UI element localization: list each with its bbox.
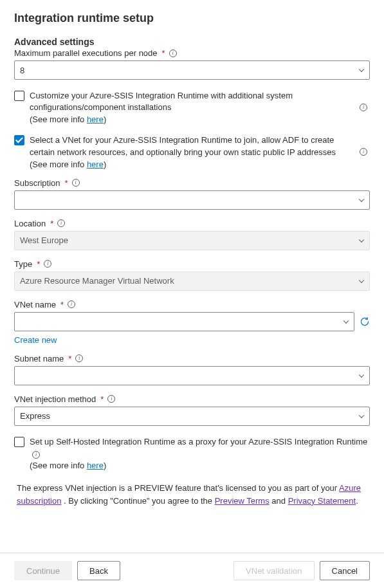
type-select: Azure Resource Manager Virtual Network xyxy=(14,271,370,291)
vnet-name-label: VNet name* xyxy=(14,300,370,309)
info-icon[interactable] xyxy=(360,148,367,156)
subnet-name-select[interactable] xyxy=(14,366,370,385)
page-title: Integration runtime setup xyxy=(14,12,370,25)
info-icon[interactable] xyxy=(169,50,177,57)
max-parallel-select[interactable]: 8 xyxy=(14,60,370,80)
refresh-icon[interactable] xyxy=(360,317,370,327)
max-parallel-label: Maximum parallel executions per node* xyxy=(14,48,370,58)
subscription-select[interactable] xyxy=(14,190,370,210)
customize-checkbox[interactable] xyxy=(14,91,24,101)
preview-notice: The express VNet injection is a PREVIEW … xyxy=(14,482,370,507)
injection-select[interactable]: Express xyxy=(14,407,370,426)
customize-see-more: (See more info here) xyxy=(30,115,356,124)
injection-label: VNet injection method* xyxy=(14,394,370,404)
vnet-checkbox[interactable] xyxy=(14,135,24,145)
section-title: Advanced settings xyxy=(14,37,370,47)
info-icon[interactable] xyxy=(68,300,75,308)
create-new-link[interactable]: Create new xyxy=(14,335,57,345)
proxy-text: Set up Self-Hosted Integration Runtime a… xyxy=(30,436,370,459)
info-icon[interactable] xyxy=(72,179,80,187)
proxy-checkbox[interactable] xyxy=(14,437,24,447)
type-label: Type* xyxy=(14,259,370,269)
subnet-name-label: Subnet name* xyxy=(14,354,370,363)
subscription-label: Subscription* xyxy=(14,178,370,188)
proxy-see-more-link[interactable]: here xyxy=(87,461,104,470)
privacy-statement-link[interactable]: Privacy Statement xyxy=(288,496,356,506)
info-icon[interactable] xyxy=(57,219,65,227)
location-select: West Europe xyxy=(14,231,370,250)
proxy-see-more: (See more info here) xyxy=(30,461,370,470)
footer: Continue Back VNet validation Cancel xyxy=(0,553,384,588)
vnet-validation-button: VNet validation xyxy=(233,561,314,580)
vnet-name-select[interactable] xyxy=(14,312,354,331)
preview-terms-link[interactable]: Preview Terms xyxy=(215,496,270,506)
continue-button: Continue xyxy=(14,561,72,580)
info-icon[interactable] xyxy=(75,354,83,362)
vnet-see-more: (See more info here) xyxy=(30,160,356,169)
vnet-see-more-link[interactable]: here xyxy=(87,160,104,169)
info-icon[interactable] xyxy=(44,260,51,268)
info-icon[interactable] xyxy=(107,395,115,403)
vnet-text: Select a VNet for your Azure-SSIS Integr… xyxy=(30,134,356,158)
info-icon[interactable] xyxy=(32,451,40,459)
info-icon[interactable] xyxy=(360,104,367,111)
customize-see-more-link[interactable]: here xyxy=(87,115,104,124)
location-label: Location* xyxy=(14,219,370,228)
back-button[interactable]: Back xyxy=(77,561,120,580)
customize-text: Customize your Azure-SSIS Integration Ru… xyxy=(30,90,356,113)
cancel-button[interactable]: Cancel xyxy=(320,561,370,580)
